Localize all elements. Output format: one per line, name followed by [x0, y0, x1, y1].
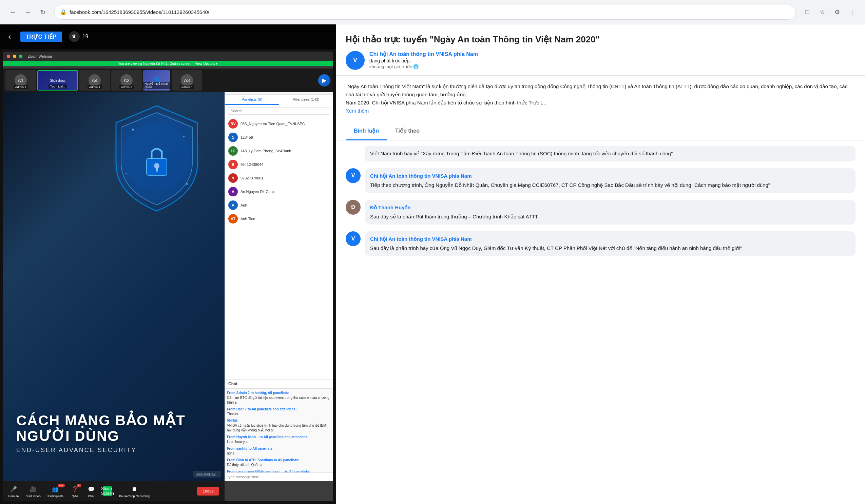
see-more-button[interactable]: Xem thêm — [346, 108, 369, 114]
tab-next[interactable]: Tiếp theo — [387, 122, 428, 140]
video-top-bar: ‹ TRỰC TIẾP 👁 19 — [0, 24, 336, 49]
svg-point-5 — [132, 129, 134, 131]
video-overlay-text: CÁCH MẠNG BẢO MẬT NGƯỜI DÙNG END-USER AD… — [16, 413, 224, 454]
bookmark-button[interactable]: ☆ — [816, 6, 828, 18]
comment-text: Sau đây sẽ là phần Rút thăm trúng thưởng… — [370, 214, 538, 220]
list-item: A Anh — [225, 198, 333, 212]
chat-sender: From Huynh Minh... to All panelists and … — [227, 435, 308, 439]
zoom-title: Zoom Webinar — [28, 54, 52, 58]
chat-sender: From panonrama880@gmail.com ... to All p… — [227, 470, 310, 472]
zoom-toolbar: 🎤 Unmute 🎥 Start Video 👥 Participants 15… — [3, 481, 224, 501]
shield-graphic — [102, 99, 211, 214]
qa-count-badge: 4 — [77, 484, 81, 488]
cast-button[interactable]: □ — [801, 6, 814, 18]
chat-input[interactable] — [225, 473, 333, 481]
quan-name: Nguyễn Đỗ Nhật Quân — [143, 82, 170, 89]
main-video-subtitle: END-USER ADVANCE SECURITY — [16, 447, 224, 454]
zoom-close-dot[interactable] — [7, 55, 10, 58]
list-item: 9 97327370801 — [225, 171, 333, 185]
browser-chrome: ← → ↻ 🔒 facebook.com/164251836930955/vid… — [0, 0, 865, 24]
list-item: AT Anh Tien — [225, 212, 333, 225]
reload-button[interactable]: ↻ — [37, 6, 49, 18]
comment-author[interactable]: Chi hội An toàn thông tin VNISA phía Nam — [370, 172, 850, 180]
tab-comments[interactable]: Bình luận — [346, 122, 387, 140]
participants-list: BV 033_Nguyen Vu Tien Quan_EVNI SPC 1 12… — [225, 117, 333, 379]
forward-button[interactable]: → — [22, 6, 34, 18]
list-item: From Binh to ATH. Solutions to All panel… — [227, 458, 331, 467]
left-panel: ‹ TRỰC TIẾP 👁 19 Zoom Webinar You are vi… — [0, 24, 336, 504]
list-item: From Admin 2 to hanhtg, All panelists: C… — [227, 391, 331, 405]
main-layout: ‹ TRỰC TIẾP 👁 19 Zoom Webinar You are vi… — [0, 24, 865, 504]
chat-text: Thanks. — [227, 412, 239, 416]
comment-author[interactable]: Đỗ Thanh Huyền — [370, 204, 850, 212]
svg-point-7 — [126, 173, 127, 174]
viewer-number: 19 — [82, 34, 89, 40]
pause-recording-button[interactable]: ⏹ Pause/Stop Recording — [119, 484, 150, 498]
panelists-tab[interactable]: Panelists (8) — [225, 95, 279, 105]
menu-button[interactable]: ⋮ — [846, 6, 858, 18]
share-icon: Share Screen — [103, 487, 112, 496]
comment-bubble: Chi hội An toàn thông tin VNISA phía Nam… — [365, 231, 855, 256]
admin1-name: Admin 1 — [14, 85, 27, 89]
qa-label: Q&A — [72, 494, 78, 498]
zoom-max-dot[interactable] — [19, 55, 22, 58]
fb-live-status: đang phát trực tiếp. — [369, 58, 855, 63]
participants-search[interactable] — [228, 107, 331, 115]
p-name: Anh Tien — [241, 217, 255, 221]
share-screen-button[interactable]: Share Screen — [103, 487, 112, 496]
comment-text: Sau đây là phần trình bày của Ông Vũ Ngọ… — [370, 245, 741, 251]
zoom-titlebar: Zoom Webinar — [3, 51, 333, 61]
viewer-count: 👁 19 — [69, 31, 89, 42]
chat-messages: From Admin 2 to hanhtg, All panelists: C… — [225, 389, 333, 472]
list-item: 1 123456 — [225, 131, 333, 144]
zoom-min-dot[interactable] — [13, 55, 16, 58]
p-name: 95412439044 — [241, 163, 263, 166]
panel-tabs: Panelists (8) Attendees (143) — [225, 95, 333, 105]
search-bar-small — [225, 105, 333, 117]
start-video-button[interactable]: 🎥 Start Video — [26, 484, 41, 498]
list-item: BV 033_Nguyen Vu Tien Quan_EVNI SPC — [225, 117, 333, 131]
back-button[interactable]: ← — [7, 6, 19, 18]
participant-thumb-quan: 👤 Nguyễn Đỗ Nhật Quân — [143, 70, 170, 91]
video-back-arrow[interactable]: ‹ — [8, 32, 11, 42]
participants-strip: A1 Admin 1 Slideshow Technical... A4 Adm… — [3, 69, 333, 92]
fb-page-avatar: V — [346, 51, 365, 70]
record-icon: ⏹ — [130, 484, 139, 494]
participant-thumb-presenter: Slideshow Technical... — [37, 70, 78, 91]
extensions-button[interactable]: ⚙ — [831, 6, 843, 18]
list-item: 1C 148_Ly Cam Phong_SeABank — [225, 144, 333, 158]
participants-panel: Participants (151) Panelists (8) Attende… — [224, 85, 333, 481]
list-item: V Chi hội An toàn thông tin VNISA phía N… — [346, 168, 855, 193]
comment-avatar: V — [346, 168, 360, 183]
chat-sender: From sanhtd to All panelists: — [227, 447, 274, 450]
fb-time: khoảng một giờ trước 🌐 — [369, 64, 855, 69]
nav-next-btn[interactable]: ▶ — [318, 74, 331, 86]
view-options[interactable]: View Options ▾ — [195, 62, 218, 66]
unmute-button[interactable]: 🎤 Unmute — [8, 484, 19, 498]
fb-page-name[interactable]: Chi hội An toàn thông tin VNISA phía Nam — [369, 51, 855, 57]
presenter-video-label: Slideshow — [48, 77, 67, 84]
mic-icon: 🎤 — [9, 484, 18, 494]
fb-description: "Ngày An toàn Thông tin Việt Nam" là sự … — [336, 75, 865, 122]
comment-avatar: V — [346, 231, 360, 246]
presenter-label: Technical... — [48, 84, 67, 89]
p-name: Anh — [241, 203, 247, 207]
admin4-avatar: A4 — [89, 74, 101, 86]
eye-icon: 👁 — [69, 31, 80, 42]
qa-button-wrapper: ❓ Q&A 4 — [70, 484, 80, 498]
p-avatar: BV — [228, 119, 238, 129]
main-video-title: CÁCH MẠNG BẢO MẬT NGƯỜI DÙNG — [16, 413, 224, 444]
address-bar[interactable]: 🔒 facebook.com/164251836930955/videos/11… — [54, 5, 796, 20]
p-avatar: 1 — [228, 133, 238, 142]
browser-actions: □ ☆ ⚙ ⋮ — [801, 6, 858, 18]
admin3-avatar: A3 — [181, 74, 193, 86]
chat-button[interactable]: 💬 Chat — [86, 484, 96, 498]
fb-header: Hội thảo trực tuyến "Ngày An toàn Thông … — [336, 24, 865, 75]
p-name: 123456 — [241, 135, 253, 139]
leave-button[interactable]: Leave — [197, 487, 219, 495]
zoom-window: Zoom Webinar You are viewing Nguyễn Đỗ N… — [3, 51, 333, 501]
comment-author[interactable]: Chi hội An toàn thông tin VNISA phía Nam — [370, 235, 850, 243]
unmute-label: Unmute — [8, 494, 19, 498]
chat-label: Chat — [225, 379, 333, 389]
attendees-tab[interactable]: Attendees (143) — [279, 95, 333, 105]
